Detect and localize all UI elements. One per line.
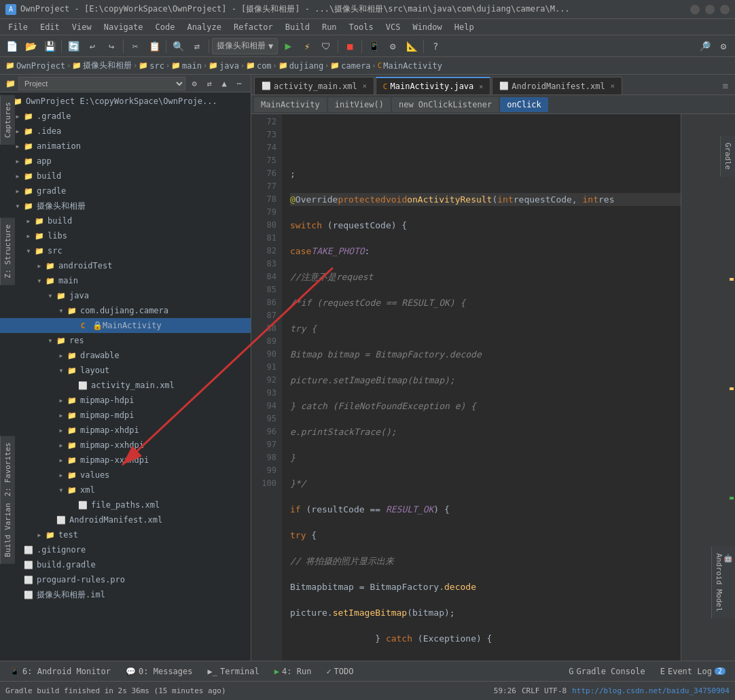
tree-item-res[interactable]: ▼ 📁 res — [0, 333, 251, 348]
tree-item-androidtest[interactable]: ▶ 📁 androidTest — [0, 258, 251, 273]
tree-item-libs[interactable]: ▶ 📁 libs — [0, 228, 251, 243]
tree-item-mipmap-xxxhdpi[interactable]: ▶ 📁 mipmap-xxxhdpi — [0, 453, 251, 468]
window-controls[interactable]: − □ × — [690, 5, 730, 14]
breadcrumb-item-mainactivity[interactable]: C MainActivity — [378, 61, 442, 71]
method-tab-mainactivity[interactable]: MainActivity — [254, 97, 327, 112]
tree-item-build[interactable]: ▶ 📁 build — [0, 213, 251, 228]
tree-item-test[interactable]: ▶ 📁 test — [0, 527, 251, 542]
tree-item-idea[interactable]: ▶ 📁 .idea — [0, 124, 251, 139]
toolbar-cut[interactable]: ✂ — [126, 37, 144, 55]
menu-view[interactable]: View — [67, 21, 97, 33]
tree-item-package[interactable]: ▼ 📁 com.dujiang.camera — [0, 303, 251, 318]
tree-item-xml-folder[interactable]: ▼ 📁 xml — [0, 483, 251, 497]
tree-item-proguard[interactable]: ⬜ proguard-rules.pro — [0, 572, 251, 587]
breadcrumb-item-project[interactable]: 📁 OwnProject — [5, 61, 65, 71]
captures-tab[interactable]: Captures — [0, 95, 15, 145]
bottom-tab-android-monitor[interactable]: 📱 6: Android Monitor — [3, 663, 118, 680]
tree-item-gitignore[interactable]: ⬜ .gitignore — [0, 542, 251, 557]
toolbar-coverage[interactable]: 🛡 — [317, 37, 335, 55]
tree-item-activity-main-xml[interactable]: ⬜ activity_main.xml — [0, 378, 251, 393]
tab-close-xml[interactable]: × — [363, 82, 367, 90]
status-position[interactable]: 59:26 — [494, 686, 516, 695]
tree-item-build-root[interactable]: ▶ 📁 build — [0, 169, 251, 183]
tree-item-androidmanifest[interactable]: ⬜ AndroidManifest.xml — [0, 512, 251, 527]
gradle-tab[interactable]: Gradle — [720, 136, 735, 177]
tree-item-file-paths[interactable]: ⬜ file_paths.xml — [0, 497, 251, 512]
tree-item-iml[interactable]: ⬜ 摄像头和相册.iml — [0, 587, 251, 602]
tree-item-mainactivity[interactable]: C 🔒 MainActivity — [0, 318, 251, 333]
tree-item-camera-module[interactable]: ▼ 📁 摄像头和相册 — [0, 198, 251, 213]
breadcrumb-item-com[interactable]: 📁 com — [246, 61, 272, 71]
toolbar-settings[interactable]: ⚙ — [715, 37, 732, 55]
tree-item-gradle[interactable]: ▶ 📁 gradle — [0, 183, 251, 198]
status-encoding[interactable]: CRLF UTF-8 — [522, 686, 567, 695]
menu-build[interactable]: Build — [280, 21, 315, 33]
menu-tools[interactable]: Tools — [344, 21, 379, 33]
bottom-tab-gradle-console[interactable]: G Gradle Console — [562, 663, 651, 680]
tree-item-animation[interactable]: ▶ 📁 animation — [0, 139, 251, 154]
bottom-tab-messages[interactable]: 💬 0: Messages — [119, 663, 199, 680]
menu-edit[interactable]: Edit — [35, 21, 65, 33]
toolbar-copy[interactable]: 📋 — [145, 37, 163, 55]
method-tab-initview[interactable]: initView() — [328, 97, 391, 112]
close-button[interactable]: × — [720, 5, 730, 14]
method-tab-onclick[interactable]: onClick — [500, 97, 548, 112]
tree-item-gradle-hidden[interactable]: ▶ 📁 .gradle — [0, 109, 251, 124]
minimize-button[interactable]: − — [690, 5, 700, 14]
toolbar-sdk[interactable]: ⚙ — [384, 37, 401, 55]
panel-settings-icon[interactable]: ⚙ — [188, 77, 200, 90]
tree-item-mipmap-xhdpi[interactable]: ▶ 📁 mipmap-xhdpi — [0, 423, 251, 438]
menu-analyze[interactable]: Analyze — [181, 21, 227, 33]
breadcrumb-item-java[interactable]: 📁 java — [209, 61, 239, 71]
panel-collapse-icon[interactable]: ▲ — [218, 77, 230, 90]
menu-run[interactable]: Run — [317, 21, 342, 33]
code-content[interactable]: ; @Override protected void onActivityRes… — [282, 114, 681, 661]
bottom-tab-run[interactable]: ▶ 4: Run — [268, 663, 319, 680]
menu-vcs[interactable]: VCS — [380, 21, 406, 33]
tree-item-mipmap-mdpi[interactable]: ▶ 📁 mipmap-mdpi — [0, 408, 251, 423]
toolbar-save[interactable]: 💾 — [41, 37, 58, 55]
toolbar-sync[interactable]: 🔄 — [65, 37, 82, 55]
toolbar-help[interactable]: ? — [427, 37, 444, 55]
tab-androidmanifest[interactable]: ⬜ AndroidManifest.xml × — [492, 77, 622, 94]
toolbar-avd[interactable]: 📱 — [365, 37, 382, 55]
tree-item-java[interactable]: ▼ 📁 java — [0, 288, 251, 303]
panel-more-icon[interactable]: ⋯ — [233, 77, 245, 90]
tree-item-drawable[interactable]: ▶ 📁 drawable — [0, 348, 251, 363]
bottom-tab-terminal[interactable]: ▶_ Terminal — [201, 663, 266, 680]
breadcrumb-item-dujiang[interactable]: 📁 dujiang — [279, 61, 324, 71]
menu-code[interactable]: Code — [150, 21, 181, 33]
menu-help[interactable]: Help — [449, 21, 480, 33]
tab-close-java[interactable]: × — [479, 83, 483, 90]
tree-item-ownproject[interactable]: ▼ 📁 OwnProject E:\copyWorkSpace\OwnProje… — [0, 94, 251, 109]
toolbar-search-everywhere[interactable]: 🔎 — [696, 37, 713, 55]
method-tab-onclicklistener[interactable]: new OnClickListener — [392, 97, 499, 112]
toolbar-new[interactable]: 📄 — [3, 37, 20, 55]
tree-item-app[interactable]: ▶ 📁 app — [0, 154, 251, 169]
menu-refactor[interactable]: Refactor — [228, 21, 279, 33]
toolbar-stop[interactable]: ■ — [341, 37, 359, 55]
favorites-tab[interactable]: 2: Favorites — [0, 436, 15, 503]
toolbar-undo[interactable]: ↩ — [84, 37, 101, 55]
tree-item-main[interactable]: ▼ 📁 main — [0, 273, 251, 288]
breadcrumb-item-module[interactable]: 📁 摄像头和相册 — [72, 60, 132, 71]
bottom-tab-event-log[interactable]: E Event Log 2 — [653, 663, 732, 680]
menu-window[interactable]: Window — [407, 21, 447, 33]
toolbar-project-structure[interactable]: 📐 — [403, 37, 420, 55]
run-config-dropdown[interactable]: 摄像头和相册 ▼ — [212, 38, 278, 54]
maximize-button[interactable]: □ — [705, 5, 715, 14]
structure-tab[interactable]: Z: Structure — [0, 217, 15, 285]
tree-item-values[interactable]: ▶ 📁 values — [0, 468, 251, 483]
tab-mainactivity-java[interactable]: C MainActivity.java × — [376, 77, 490, 94]
bottom-tab-todo[interactable]: ✓ TODO — [319, 663, 360, 680]
toolbar-open[interactable]: 📂 — [22, 37, 39, 55]
menu-file[interactable]: File — [3, 21, 33, 33]
breadcrumb-item-camera[interactable]: 📁 camera — [330, 61, 370, 71]
tree-item-layout[interactable]: ▼ 📁 layout — [0, 363, 251, 378]
tree-item-mipmap-hdpi[interactable]: ▶ 📁 mipmap-hdpi — [0, 393, 251, 408]
menu-navigate[interactable]: Navigate — [98, 21, 149, 33]
toolbar-debug[interactable]: ⚡ — [298, 37, 316, 55]
toolbar-replace[interactable]: ⇄ — [188, 37, 206, 55]
tree-item-mipmap-xxhdpi[interactable]: ▶ 📁 mipmap-xxhdpi — [0, 438, 251, 453]
toolbar-search[interactable]: 🔍 — [169, 37, 187, 55]
